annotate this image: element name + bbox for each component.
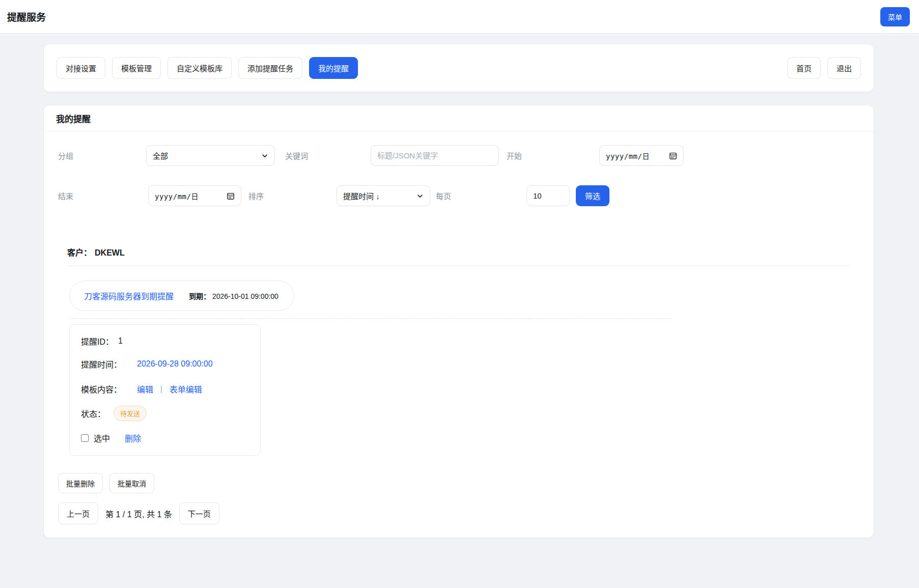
home-button[interactable]: 首页 bbox=[787, 57, 821, 79]
delete-link[interactable]: 删除 bbox=[125, 432, 141, 444]
my-reminders-panel: 我的提醒 分组 全部 关键词 开始 yyyy/mm/日 bbox=[43, 105, 874, 538]
group-select-value: 全部 bbox=[153, 150, 168, 161]
select-row: 选中 删除 bbox=[81, 432, 250, 444]
tab-custom-template-library[interactable]: 自定义模板库 bbox=[168, 57, 232, 79]
menu-button[interactable]: 菜单 bbox=[880, 7, 910, 26]
top-header: 提醒服务 菜单 bbox=[0, 0, 919, 34]
reminder-due: 到期： 2026-10-01 09:00:00 bbox=[189, 291, 279, 301]
nav-right-group: 首页 退出 bbox=[787, 57, 861, 79]
form-edit-link[interactable]: 表单编辑 bbox=[170, 383, 202, 395]
link-separator: | bbox=[160, 385, 162, 393]
reminder-time-row: 提醒时间： 2026-09-28 09:00:00 bbox=[81, 358, 250, 370]
reminder-time-link[interactable]: 2026-09-28 09:00:00 bbox=[137, 359, 213, 369]
batch-delete-button[interactable]: 批量删除 bbox=[58, 473, 103, 493]
end-date-input[interactable]: yyyy/mm/日 bbox=[148, 185, 241, 206]
calendar-icon[interactable] bbox=[669, 152, 677, 160]
chevron-down-icon bbox=[416, 192, 424, 200]
start-label: 开始 bbox=[507, 150, 599, 161]
next-page-button[interactable]: 下一页 bbox=[179, 502, 219, 524]
per-page-input[interactable] bbox=[526, 185, 570, 206]
logout-button[interactable]: 退出 bbox=[827, 57, 861, 79]
reminder-detail-card: 提醒ID： 1 提醒时间： 2026-09-28 09:00:00 模板内容： … bbox=[69, 324, 261, 456]
template-label: 模板内容： bbox=[81, 383, 122, 395]
panel-title: 我的提醒 bbox=[56, 115, 91, 124]
panel-header: 我的提醒 bbox=[44, 105, 874, 131]
pagination: 上一页 第 1 / 1 页, 共 1 条 下一页 bbox=[58, 502, 860, 524]
sort-select-value: 提醒时间 ↓ bbox=[343, 190, 380, 201]
keyword-label: 关键词 bbox=[285, 150, 371, 161]
batch-actions: 批量删除 批量取消 bbox=[58, 473, 860, 493]
customer-heading: 客户：DKEWL bbox=[67, 246, 860, 258]
reminder-id-label: 提醒ID： bbox=[81, 335, 114, 347]
nav-tabbar: 对接设置 模板管理 自定义模板库 添加提醒任务 我的提醒 首页 退出 bbox=[43, 44, 874, 92]
reminder-title-link[interactable]: 刀客源码服务器到期提醒 bbox=[84, 290, 174, 302]
start-date-placeholder: yyyy/mm/日 bbox=[606, 151, 650, 161]
due-label: 到期： bbox=[189, 292, 210, 300]
nav-tab-group: 对接设置 模板管理 自定义模板库 添加提醒任务 我的提醒 bbox=[57, 57, 358, 79]
select-label: 选中 bbox=[94, 432, 110, 444]
reminder-id-row: 提醒ID： 1 bbox=[81, 335, 250, 347]
batch-cancel-button[interactable]: 批量取消 bbox=[109, 473, 154, 493]
sort-select[interactable]: 提醒时间 ↓ bbox=[337, 185, 430, 206]
prev-page-button[interactable]: 上一页 bbox=[58, 502, 98, 524]
start-date-input[interactable]: yyyy/mm/日 bbox=[599, 145, 684, 166]
due-value: 2026-10-01 09:00:00 bbox=[212, 292, 279, 300]
end-label: 结束 bbox=[58, 190, 148, 201]
keyword-input[interactable] bbox=[371, 145, 499, 166]
status-row: 状态： 待发送 bbox=[81, 406, 250, 421]
template-row: 模板内容： 编辑 | 表单编辑 bbox=[81, 383, 250, 395]
group-select[interactable]: 全部 bbox=[146, 145, 275, 166]
per-page-label: 每页 bbox=[436, 190, 526, 201]
edit-link[interactable]: 编辑 bbox=[137, 383, 153, 395]
filter-button[interactable]: 筛选 bbox=[576, 185, 609, 206]
status-badge: 待发送 bbox=[114, 406, 147, 421]
group-label: 分组 bbox=[58, 150, 146, 161]
chevron-down-icon bbox=[261, 152, 268, 159]
select-checkbox[interactable] bbox=[81, 434, 89, 442]
app-title: 提醒服务 bbox=[7, 10, 46, 23]
end-date-placeholder: yyyy/mm/日 bbox=[155, 191, 199, 201]
tab-my-reminders[interactable]: 我的提醒 bbox=[309, 57, 358, 79]
customer-name: DKEWL bbox=[95, 248, 125, 257]
tab-connection-settings[interactable]: 对接设置 bbox=[57, 57, 105, 79]
sort-label: 排序 bbox=[248, 190, 337, 201]
dashed-divider bbox=[69, 318, 672, 319]
filter-row-2: 结束 yyyy/mm/日 排序 提醒时间 ↓ bbox=[58, 185, 860, 206]
calendar-icon[interactable] bbox=[227, 192, 235, 200]
customer-section: 客户：DKEWL bbox=[67, 246, 860, 266]
tab-template-management[interactable]: 模板管理 bbox=[112, 57, 161, 79]
status-label: 状态： bbox=[81, 407, 105, 419]
reminder-id-value: 1 bbox=[118, 337, 123, 346]
customer-label: 客户： bbox=[67, 248, 92, 257]
tab-add-reminder-task[interactable]: 添加提醒任务 bbox=[238, 57, 302, 79]
page-info: 第 1 / 1 页, 共 1 条 bbox=[105, 508, 172, 520]
reminder-pill: 刀客源码服务器到期提醒 到期： 2026-10-01 09:00:00 bbox=[69, 281, 294, 311]
reminder-time-label: 提醒时间： bbox=[81, 358, 122, 370]
filter-row-1: 分组 全部 关键词 开始 yyyy/mm/日 bbox=[58, 145, 860, 166]
